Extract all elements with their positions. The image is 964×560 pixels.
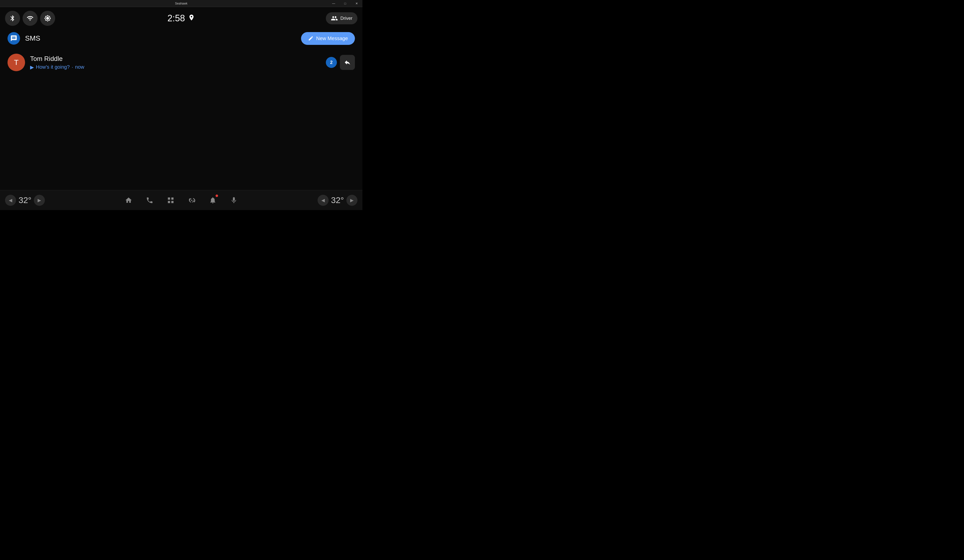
bottom-bar: ◀ 32° ▶ bbox=[0, 190, 362, 210]
preview-text: How's it going? bbox=[36, 64, 70, 70]
window-controls: — □ ✕ bbox=[328, 0, 362, 7]
message-list: T Tom Riddle ▶ How's it going? · now 2 bbox=[0, 47, 362, 78]
status-bar: 2:58 Driver bbox=[0, 7, 362, 29]
nav-icons bbox=[45, 194, 318, 207]
notification-button[interactable] bbox=[206, 194, 220, 207]
new-message-label: New Message bbox=[316, 36, 348, 41]
compose-icon bbox=[308, 36, 314, 41]
bluetooth-button[interactable] bbox=[5, 11, 20, 26]
driver-button[interactable]: Driver bbox=[326, 12, 357, 24]
grid-icon bbox=[167, 197, 174, 204]
temp-left-prev-button[interactable]: ◀ bbox=[5, 195, 16, 206]
phone-button[interactable] bbox=[143, 194, 156, 207]
home-button[interactable] bbox=[122, 194, 135, 207]
temp-right: ◀ 32° ▶ bbox=[318, 195, 357, 206]
contact-avatar: T bbox=[8, 54, 25, 71]
play-icon: ▶ bbox=[30, 64, 34, 70]
temp-right-value: 32° bbox=[331, 195, 344, 205]
prev-arrow-icon: ◀ bbox=[9, 197, 12, 203]
new-message-button[interactable]: New Message bbox=[301, 32, 355, 45]
message-preview: ▶ How's it going? · now bbox=[30, 64, 326, 70]
message-item[interactable]: T Tom Riddle ▶ How's it going? · now 2 bbox=[8, 50, 355, 75]
sms-app-icon bbox=[8, 32, 20, 45]
fan-button[interactable] bbox=[185, 194, 199, 207]
brightness-icon bbox=[44, 15, 51, 22]
minimize-button[interactable]: — bbox=[328, 0, 339, 7]
chat-icon bbox=[10, 35, 17, 42]
grid-button[interactable] bbox=[164, 194, 177, 207]
preview-time: now bbox=[75, 64, 85, 70]
fan-icon bbox=[188, 197, 195, 204]
title-bar: Seahawk — □ ✕ bbox=[0, 0, 362, 7]
notification-icon bbox=[209, 197, 217, 204]
bluetooth-icon bbox=[9, 15, 16, 22]
temp-left-next-button[interactable]: ▶ bbox=[34, 195, 45, 206]
message-actions: 2 bbox=[326, 55, 355, 70]
status-center: 2:58 bbox=[168, 13, 195, 24]
app-header: SMS New Message bbox=[0, 29, 362, 47]
temp-right-next-button[interactable]: ▶ bbox=[347, 195, 357, 206]
temp-right-next-icon: ▶ bbox=[350, 197, 354, 203]
maximize-button[interactable]: □ bbox=[339, 0, 351, 7]
brightness-button[interactable] bbox=[40, 11, 55, 26]
status-icons-left bbox=[5, 11, 55, 26]
contact-name: Tom Riddle bbox=[30, 55, 326, 63]
window-title: Seahawk bbox=[175, 2, 187, 5]
driver-label: Driver bbox=[340, 16, 352, 21]
reply-icon bbox=[344, 59, 351, 66]
main-content: 2:58 Driver SMS New Message bbox=[0, 7, 362, 190]
reply-button[interactable] bbox=[340, 55, 355, 70]
mic-button[interactable] bbox=[227, 194, 241, 207]
preview-separator: · bbox=[72, 64, 73, 70]
mic-icon bbox=[230, 197, 238, 204]
wifi-icon bbox=[26, 15, 34, 22]
wifi-button[interactable] bbox=[23, 11, 37, 26]
driver-icon bbox=[331, 15, 338, 22]
home-icon bbox=[125, 197, 132, 204]
phone-icon bbox=[146, 197, 153, 204]
message-content: Tom Riddle ▶ How's it going? · now bbox=[30, 55, 326, 70]
close-button[interactable]: ✕ bbox=[351, 0, 362, 7]
avatar-letter: T bbox=[14, 58, 18, 67]
next-arrow-icon: ▶ bbox=[37, 197, 41, 203]
location-icon bbox=[188, 14, 195, 23]
app-title: SMS bbox=[25, 34, 40, 42]
temp-left: ◀ 32° ▶ bbox=[5, 195, 45, 206]
temp-right-prev-button[interactable]: ◀ bbox=[318, 195, 329, 206]
temp-left-value: 32° bbox=[18, 195, 31, 205]
temp-right-prev-icon: ◀ bbox=[321, 197, 325, 203]
unread-badge: 2 bbox=[326, 57, 337, 68]
clock-display: 2:58 bbox=[168, 13, 185, 24]
